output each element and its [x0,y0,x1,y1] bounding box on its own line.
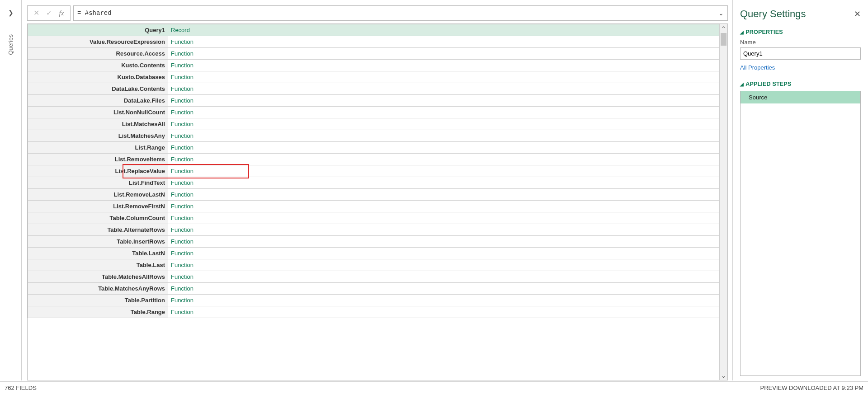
field-name-cell[interactable]: Table.MatchesAllRows [28,271,168,283]
table-row[interactable]: List.MatchesAnyFunction [28,130,727,142]
field-value-cell[interactable]: Function [168,71,727,83]
queries-rail: ❯ Queries [0,0,22,380]
field-value-cell[interactable]: Function [168,271,727,283]
fx-icon[interactable]: fx [57,10,66,17]
field-value-cell[interactable]: Function [168,118,727,130]
field-value-cell[interactable]: Function [168,60,727,71]
field-name-cell[interactable]: List.NonNullCount [28,107,168,118]
applied-steps-section-label[interactable]: ◢ APPLIED STEPS [740,81,861,87]
table-row[interactable]: List.RemoveLastNFunction [28,189,727,201]
expand-queries-icon[interactable]: ❯ [8,9,14,16]
table-row[interactable]: List.RemoveItemsFunction [28,154,727,165]
table-row[interactable]: DataLake.FilesFunction [28,95,727,107]
table-row[interactable]: Table.LastNFunction [28,248,727,259]
field-name-cell[interactable]: List.MatchesAny [28,130,168,142]
field-name-cell[interactable]: Kusto.Contents [28,60,168,71]
field-value-cell[interactable]: Function [168,130,727,142]
table-row[interactable]: DataLake.ContentsFunction [28,83,727,95]
table-row[interactable]: List.RemoveFirstNFunction [28,201,727,212]
field-name-cell[interactable]: Kusto.Databases [28,71,168,83]
field-name-cell[interactable]: List.RemoveItems [28,154,168,165]
field-value-cell[interactable]: Function [168,36,727,48]
table-row[interactable]: Kusto.DatabasesFunction [28,71,727,83]
applied-step[interactable]: Source [741,91,860,103]
table-row[interactable]: Table.MatchesAnyRowsFunction [28,283,727,295]
status-right: PREVIEW DOWNLOADED AT 9:23 PM [760,385,863,391]
field-name-cell[interactable]: List.MatchesAll [28,118,168,130]
table-row[interactable]: List.RangeFunction [28,142,727,154]
field-name-cell[interactable]: Resource.Access [28,48,168,60]
table-row[interactable]: Value.ResourceExpressionFunction [28,36,727,48]
table-row[interactable]: Table.ColumnCountFunction [28,212,727,224]
field-value-cell[interactable]: Function [168,48,727,60]
table-row[interactable]: Resource.AccessFunction [28,48,727,60]
record-table: Query1RecordValue.ResourceExpressionFunc… [28,24,727,318]
scroll-thumb[interactable] [721,33,726,46]
field-name-cell[interactable]: List.ReplaceValue [28,165,168,177]
table-row[interactable]: Table.RangeFunction [28,306,727,318]
properties-section-label[interactable]: ◢ PROPERTIES [740,29,861,35]
cancel-formula-icon[interactable]: ✕ [32,9,40,17]
field-name-cell[interactable]: DataLake.Files [28,95,168,107]
field-value-cell[interactable]: Function [168,83,727,95]
field-value-cell[interactable]: Function [168,201,727,212]
formula-bar: ✕ ✓ fx ⌄ [27,5,728,21]
field-name-cell[interactable]: List.FindText [28,177,168,189]
query-name-input[interactable] [740,47,861,60]
field-value-cell[interactable]: Function [168,177,727,189]
table-row[interactable]: Table.PartitionFunction [28,295,727,306]
applied-steps-list: Source [740,91,861,376]
record-name-cell[interactable]: Query1 [28,24,168,36]
record-type-cell[interactable]: Record [168,24,727,36]
scroll-track[interactable] [720,33,727,371]
field-name-cell[interactable]: List.RemoveLastN [28,189,168,201]
field-name-cell[interactable]: Table.Partition [28,295,168,306]
formula-input[interactable] [77,9,716,17]
field-value-cell[interactable]: Function [168,224,727,236]
field-name-cell[interactable]: Table.InsertRows [28,236,168,248]
field-name-cell[interactable]: Table.AlternateRows [28,224,168,236]
table-row[interactable]: List.ReplaceValueFunction [28,165,727,177]
table-row[interactable]: Table.LastFunction [28,259,727,271]
table-row[interactable]: List.NonNullCountFunction [28,107,727,118]
table-row[interactable]: Table.MatchesAllRowsFunction [28,271,727,283]
field-value-cell[interactable]: Function [168,107,727,118]
close-settings-icon[interactable]: ✕ [854,10,861,18]
field-name-cell[interactable]: Value.ResourceExpression [28,36,168,48]
field-name-cell[interactable]: Table.Range [28,306,168,318]
field-name-cell[interactable]: Table.Last [28,259,168,271]
field-value-cell[interactable]: Function [168,248,727,259]
field-value-cell[interactable]: Function [168,283,727,295]
field-name-cell[interactable]: Table.MatchesAnyRows [28,283,168,295]
field-value-cell[interactable]: Function [168,189,727,201]
table-header-row[interactable]: Query1Record [28,24,727,36]
formula-dropdown-icon[interactable]: ⌄ [716,9,724,17]
properties-label-text: PROPERTIES [745,29,783,35]
field-name-cell[interactable]: DataLake.Contents [28,83,168,95]
field-name-cell[interactable]: List.Range [28,142,168,154]
table-row[interactable]: Kusto.ContentsFunction [28,60,727,71]
all-properties-link[interactable]: All Properties [740,64,861,71]
table-row[interactable]: Table.AlternateRowsFunction [28,224,727,236]
field-value-cell[interactable]: Function [168,95,727,107]
query-settings-panel: Query Settings ✕ ◢ PROPERTIES Name All P… [732,0,868,380]
scroll-up-icon[interactable]: ⌃ [720,24,727,33]
vertical-scrollbar[interactable]: ⌃ ⌄ [719,24,727,380]
field-value-cell[interactable]: Function [168,295,727,306]
field-value-cell[interactable]: Function [168,306,727,318]
field-value-cell[interactable]: Function [168,165,727,177]
field-value-cell[interactable]: Function [168,259,727,271]
field-name-cell[interactable]: List.RemoveFirstN [28,201,168,212]
status-left: 762 FIELDS [5,385,37,391]
table-row[interactable]: List.MatchesAllFunction [28,118,727,130]
field-value-cell[interactable]: Function [168,142,727,154]
table-row[interactable]: Table.InsertRowsFunction [28,236,727,248]
field-value-cell[interactable]: Function [168,236,727,248]
scroll-down-icon[interactable]: ⌄ [720,371,727,380]
field-value-cell[interactable]: Function [168,212,727,224]
field-name-cell[interactable]: Table.ColumnCount [28,212,168,224]
table-row[interactable]: List.FindTextFunction [28,177,727,189]
accept-formula-icon[interactable]: ✓ [45,9,53,17]
field-name-cell[interactable]: Table.LastN [28,248,168,259]
field-value-cell[interactable]: Function [168,154,727,165]
